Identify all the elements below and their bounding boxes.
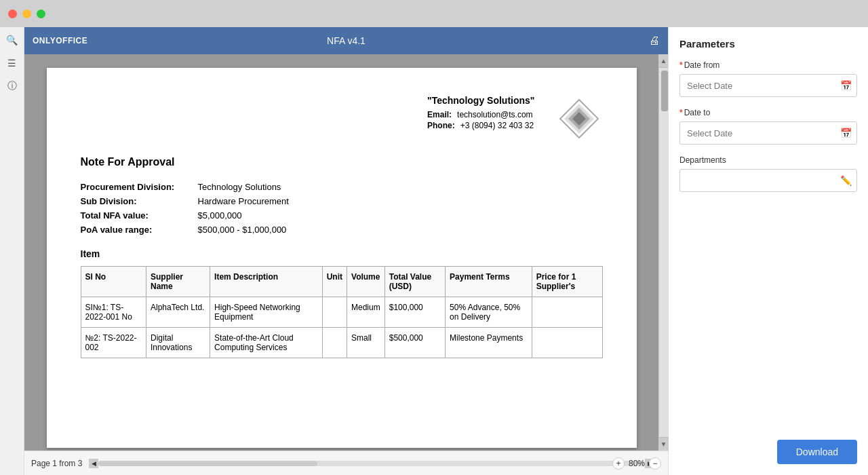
col-unit: Unit bbox=[322, 267, 347, 297]
cell-description-2: State-of-the-Art Cloud Computing Service… bbox=[210, 328, 323, 358]
date-to-required-marker: * bbox=[679, 108, 683, 117]
company-name: "Technology Solutions" bbox=[427, 95, 534, 106]
title-bar bbox=[0, 0, 868, 27]
col-item-description: Item Description bbox=[210, 267, 323, 297]
cell-price-2 bbox=[532, 328, 602, 358]
cell-total-value-2: $500,000 bbox=[384, 328, 445, 358]
page-info: Page 1 from 3 bbox=[31, 459, 82, 468]
cell-payment-terms-1: 50% Advance, 50% on Delivery bbox=[446, 297, 532, 328]
departments-input-wrap: ✏️ bbox=[679, 169, 857, 192]
cell-supplier-2: Digital Innovations bbox=[146, 328, 210, 358]
field-label-procurement: Procurement Division: bbox=[81, 182, 193, 192]
cell-total-value-1: $100,000 bbox=[384, 297, 445, 328]
date-to-label: * Date to bbox=[679, 108, 857, 117]
departments-section: Departments ✏️ bbox=[679, 155, 857, 192]
field-value-total-nfa: $5,000,000 bbox=[198, 210, 242, 221]
field-label-total-nfa: Total NFA value: bbox=[81, 210, 193, 221]
download-button[interactable]: Download bbox=[777, 440, 857, 464]
field-total-nfa: Total NFA value: $5,000,000 bbox=[81, 210, 603, 221]
field-label-subdiv: Sub Division: bbox=[81, 196, 193, 206]
doc-scroll-area[interactable]: "Technology Solutions" Email: techsoluti… bbox=[24, 54, 658, 451]
doc-header: "Technology Solutions" Email: techsoluti… bbox=[81, 95, 603, 142]
cell-unit-1 bbox=[322, 297, 347, 328]
cell-volume-1: Medium bbox=[347, 297, 385, 328]
doc-fields: Procurement Division: Technology Solutio… bbox=[81, 182, 603, 235]
date-to-section: * Date to 📅 bbox=[679, 108, 857, 145]
minimize-button[interactable] bbox=[22, 10, 31, 18]
col-payment-terms: Payment Terms bbox=[446, 267, 532, 297]
vertical-scrollbar[interactable]: ▲ ▼ bbox=[658, 54, 668, 451]
departments-input[interactable] bbox=[679, 169, 857, 192]
icon-sidebar: 🔍 ☰ ⓘ bbox=[0, 27, 24, 475]
zoom-level: 80% bbox=[629, 459, 645, 468]
zoom-in-button[interactable]: + bbox=[612, 457, 625, 470]
table-header-row: SI No Supplier Name Item Description Uni… bbox=[81, 267, 602, 297]
table-row: SI№1: TS-2022-001 No AlphaTech Ltd. High… bbox=[81, 297, 602, 328]
app-brand: ONLYOFFICE bbox=[33, 36, 87, 45]
col-si-no: SI No bbox=[81, 267, 146, 297]
cell-si-no-1: SI№1: TS-2022-001 No bbox=[81, 297, 146, 328]
date-to-input[interactable] bbox=[679, 121, 857, 145]
field-procurement-division: Procurement Division: Technology Solutio… bbox=[81, 182, 603, 192]
phone-value: +3 (8094) 32 403 32 bbox=[460, 121, 534, 130]
topbar-actions: 🖨 bbox=[649, 35, 660, 47]
date-from-input[interactable] bbox=[679, 74, 857, 97]
download-btn-wrap: Download bbox=[679, 429, 857, 464]
info-icon[interactable]: ⓘ bbox=[5, 79, 20, 94]
panel-title: Parameters bbox=[679, 38, 857, 50]
item-section-title: Item bbox=[81, 248, 603, 259]
date-to-input-wrap: 📅 bbox=[679, 121, 857, 145]
search-icon[interactable]: 🔍 bbox=[5, 33, 20, 48]
nfa-table: SI No Supplier Name Item Description Uni… bbox=[81, 266, 603, 358]
col-price-for-1: Price for 1 Supplier's bbox=[532, 267, 602, 297]
document-page: "Technology Solutions" Email: techsoluti… bbox=[47, 68, 637, 448]
date-from-required-marker: * bbox=[679, 60, 683, 70]
horizontal-scrollbar-container: ◀ ▶ bbox=[89, 459, 654, 468]
doc-title-bar: NFA v4.1 bbox=[327, 35, 366, 46]
field-value-procurement: Technology Solutions bbox=[198, 182, 281, 192]
company-email-row: Email: techsolution@ts.com bbox=[427, 110, 534, 119]
date-from-section: * Date from 📅 bbox=[679, 60, 857, 97]
right-panel: Parameters * Date from 📅 * Date to 📅 bbox=[668, 27, 868, 475]
cell-price-1 bbox=[532, 297, 602, 328]
cell-supplier-1: AlphaTech Ltd. bbox=[146, 297, 210, 328]
company-phone-row: Phone: +3 (8094) 32 403 32 bbox=[427, 121, 534, 130]
zoom-controls: + 80% − bbox=[612, 457, 661, 470]
date-from-label-text: Date from bbox=[684, 60, 720, 70]
zoom-out-button[interactable]: − bbox=[649, 457, 661, 470]
field-poa-range: PoA value range: $500,000 - $1,000,000 bbox=[81, 225, 603, 235]
field-label-poa: PoA value range: bbox=[81, 225, 193, 235]
departments-label: Departments bbox=[679, 155, 857, 165]
col-volume: Volume bbox=[347, 267, 385, 297]
doc-container: ONLYOFFICE NFA v4.1 🖨 "Technology Soluti… bbox=[24, 27, 668, 475]
company-info: "Technology Solutions" Email: techsoluti… bbox=[427, 95, 534, 142]
field-value-subdiv: Hardware Procurement bbox=[198, 196, 289, 206]
cell-volume-2: Small bbox=[347, 328, 385, 358]
cell-description-1: High-Speed Networking Equipment bbox=[210, 297, 323, 328]
field-sub-division: Sub Division: Hardware Procurement bbox=[81, 196, 603, 206]
company-logo bbox=[555, 95, 603, 142]
scroll-left-arrow[interactable]: ◀ bbox=[89, 459, 98, 468]
col-total-value: Total Value (USD) bbox=[384, 267, 445, 297]
cell-unit-2 bbox=[322, 328, 347, 358]
close-button[interactable] bbox=[8, 10, 17, 18]
col-supplier-name: Supplier Name bbox=[146, 267, 210, 297]
date-from-input-wrap: 📅 bbox=[679, 74, 857, 97]
main-layout: 🔍 ☰ ⓘ ONLYOFFICE NFA v4.1 🖨 "Technology … bbox=[0, 27, 868, 475]
table-row: №2: TS-2022-002 Digital Innovations Stat… bbox=[81, 328, 602, 358]
print-icon[interactable]: 🖨 bbox=[649, 35, 660, 46]
phone-label: Phone: bbox=[427, 121, 455, 130]
doc-topbar: ONLYOFFICE NFA v4.1 🖨 bbox=[24, 27, 668, 54]
email-label: Email: bbox=[427, 110, 452, 119]
email-value: techsolution@ts.com bbox=[457, 110, 533, 119]
maximize-button[interactable] bbox=[37, 10, 45, 18]
list-icon[interactable]: ☰ bbox=[5, 56, 20, 71]
cell-si-no-2: №2: TS-2022-002 bbox=[81, 328, 146, 358]
horizontal-scrollbar-track[interactable] bbox=[98, 461, 645, 466]
departments-label-text: Departments bbox=[679, 155, 726, 165]
date-to-label-text: Date to bbox=[684, 108, 711, 117]
item-section: Item SI No Supplier Name Item Descriptio… bbox=[81, 248, 603, 358]
date-from-label: * Date from bbox=[679, 60, 857, 70]
field-value-poa: $500,000 - $1,000,000 bbox=[198, 225, 287, 235]
note-for-approval-title: Note For Approval bbox=[81, 156, 603, 168]
